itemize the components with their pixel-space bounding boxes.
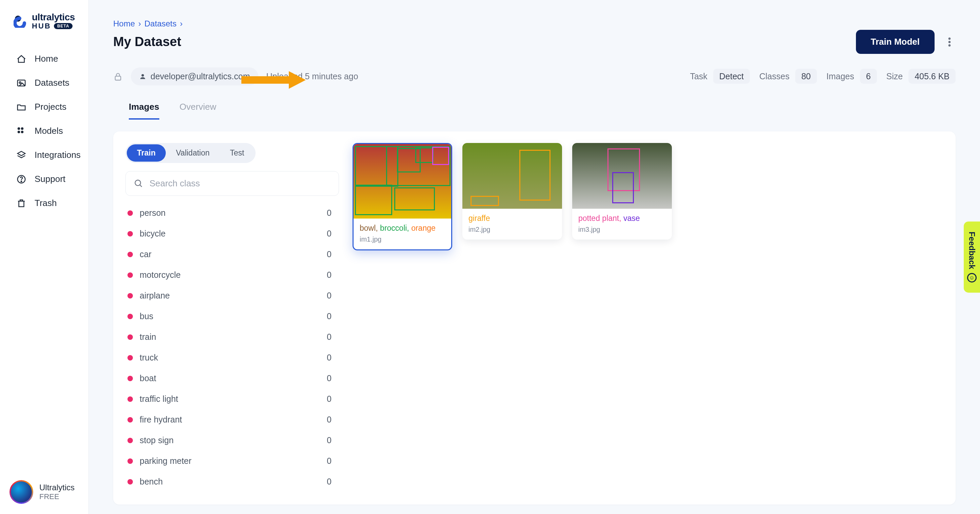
svg-rect-12 <box>115 76 121 80</box>
class-count: 0 <box>327 435 331 445</box>
avatar <box>10 480 33 504</box>
search-icon <box>134 179 143 189</box>
class-row[interactable]: parking meter0 <box>126 451 334 471</box>
image-labels: giraffe <box>468 213 556 224</box>
class-name: bus <box>140 311 153 321</box>
grid-icon <box>16 126 27 136</box>
picture-icon <box>16 78 27 88</box>
class-name: bench <box>140 477 163 487</box>
svg-point-9 <box>948 38 950 40</box>
train-model-button[interactable]: Train Model <box>856 30 935 54</box>
class-color-dot <box>127 231 133 236</box>
stat-classes-label: Classes <box>759 71 789 81</box>
class-row[interactable]: truck0 <box>126 347 334 368</box>
folder-icon <box>16 102 27 112</box>
class-row[interactable]: traffic light0 <box>126 389 334 409</box>
class-color-dot <box>127 397 133 402</box>
brand-logo[interactable]: ultralytics HUB BETA <box>0 12 89 30</box>
class-count: 0 <box>327 415 331 425</box>
class-count: 0 <box>327 249 331 259</box>
class-name: train <box>140 332 156 342</box>
nav-item-support[interactable]: Support <box>7 167 82 191</box>
uploaded-text: Uploaded 5 minutes ago <box>266 71 358 81</box>
class-row[interactable]: car0 <box>126 244 334 265</box>
class-name: boat <box>140 373 156 383</box>
class-row[interactable]: train0 <box>126 327 334 347</box>
class-count: 0 <box>327 208 331 218</box>
svg-point-2 <box>19 82 21 83</box>
class-list[interactable]: person0bicycle0car0motorcycle0airplane0b… <box>126 203 339 493</box>
image-labels: potted plant, vase <box>578 213 666 224</box>
class-row[interactable]: bicycle0 <box>126 223 334 244</box>
feedback-tab[interactable]: Feedback ☺ <box>964 221 980 293</box>
image-labels: bowl, broccoli, orange <box>360 223 445 233</box>
svg-point-4 <box>21 128 23 129</box>
class-row[interactable]: motorcycle0 <box>126 265 334 285</box>
class-count: 0 <box>327 456 331 466</box>
owner-chip[interactable]: developer@ultralytics.com <box>131 67 258 86</box>
class-color-dot <box>127 355 133 360</box>
bbox <box>471 196 499 206</box>
nav-item-trash[interactable]: Trash <box>7 191 82 215</box>
svg-point-10 <box>948 41 950 43</box>
class-count: 0 <box>327 353 331 363</box>
class-name: car <box>140 249 151 259</box>
class-color-dot <box>127 335 133 340</box>
image-label: orange <box>411 224 436 232</box>
owner-email: developer@ultralytics.com <box>151 71 250 81</box>
tab-overview[interactable]: Overview <box>180 97 216 120</box>
breadcrumb: Home › Datasets › <box>113 19 956 29</box>
split-segmented-control: Train Validation Test <box>126 143 256 163</box>
nav-item-label: Integrations <box>35 150 81 160</box>
class-row[interactable]: airplane0 <box>126 285 334 306</box>
bbox <box>415 148 434 163</box>
nav-item-label: Support <box>35 174 65 184</box>
class-search[interactable] <box>126 171 339 196</box>
nav-item-projects[interactable]: Projects <box>7 95 82 119</box>
bbox <box>612 172 634 203</box>
account-name: Ultralytics <box>39 483 75 492</box>
stat-size-value: 405.6 KB <box>908 69 956 84</box>
class-row[interactable]: boat0 <box>126 368 334 389</box>
split-test-button[interactable]: Test <box>220 144 254 162</box>
svg-point-5 <box>18 131 20 133</box>
class-row[interactable]: bus0 <box>126 306 334 327</box>
class-row[interactable]: person0 <box>126 203 334 223</box>
class-row[interactable]: bird0 <box>126 492 334 493</box>
nav-item-integrations[interactable]: Integrations <box>7 143 82 167</box>
class-row[interactable]: stop sign0 <box>126 430 334 451</box>
brand-badge: BETA <box>54 23 73 30</box>
brand-mark-icon <box>14 14 27 28</box>
nav-item-label: Home <box>35 54 58 64</box>
svg-point-13 <box>142 74 144 76</box>
class-search-input[interactable] <box>150 178 331 189</box>
breadcrumb-datasets[interactable]: Datasets <box>145 19 177 29</box>
trash-icon <box>16 198 27 208</box>
image-card[interactable]: giraffeim2.jpg <box>462 143 562 240</box>
split-validation-button[interactable]: Validation <box>166 144 220 162</box>
split-train-button[interactable]: Train <box>127 144 166 162</box>
nav-item-home[interactable]: Home <box>7 47 82 71</box>
nav-item-label: Trash <box>35 198 57 208</box>
nav-item-datasets[interactable]: Datasets <box>7 71 82 95</box>
more-actions-button[interactable] <box>943 36 956 48</box>
image-card[interactable]: potted plant, vaseim3.jpg <box>572 143 672 240</box>
tab-images[interactable]: Images <box>129 97 159 120</box>
content-card: Train Validation Test person0bicycle0car… <box>113 132 956 504</box>
class-color-dot <box>127 479 133 484</box>
bbox <box>432 147 449 165</box>
class-count: 0 <box>327 332 331 342</box>
image-label: broccoli, <box>380 224 411 232</box>
breadcrumb-home[interactable]: Home <box>113 19 135 29</box>
class-row[interactable]: bench0 <box>126 471 334 492</box>
main-content: Home › Datasets › My Dataset Train Model <box>89 0 980 514</box>
account-card[interactable]: Ultralytics FREE <box>0 480 89 507</box>
class-count: 0 <box>327 291 331 301</box>
kebab-icon <box>948 37 951 47</box>
image-card[interactable]: bowl, broccoli, orangeim1.jpg <box>353 143 452 251</box>
class-row[interactable]: fire hydrant0 <box>126 409 334 430</box>
class-name: fire hydrant <box>140 415 182 425</box>
class-name: person <box>140 208 165 218</box>
nav-item-models[interactable]: Models <box>7 119 82 143</box>
stat-images-value: 6 <box>860 69 877 84</box>
